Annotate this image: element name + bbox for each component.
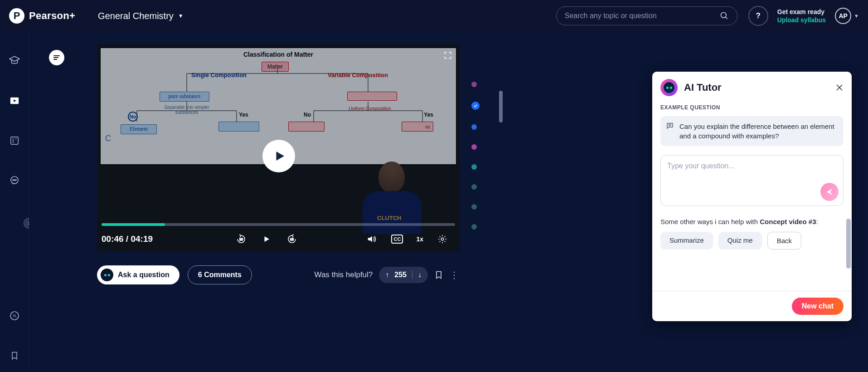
chevron-down-icon: ▼ — [178, 13, 184, 19]
timeline-dot[interactable] — [471, 184, 477, 190]
ai-tutor-footer: New chat — [652, 291, 852, 321]
timeline-dot[interactable] — [471, 144, 477, 150]
menu-icon — [53, 55, 60, 60]
ai-tutor-close-button[interactable] — [835, 83, 844, 92]
timeline-dot[interactable] — [471, 164, 477, 170]
course-selector[interactable]: General Chemistry ▼ — [98, 11, 184, 21]
exam-cta: Get exam ready Upload syllabus — [777, 8, 826, 24]
avatar-menu-chevron-icon[interactable]: ▼ — [854, 13, 859, 19]
chat-bubble-icon — [666, 122, 674, 130]
svg-point-0 — [721, 13, 726, 18]
close-icon — [835, 83, 844, 92]
vote-separator — [412, 271, 412, 279]
fullscreen-button[interactable] — [443, 51, 452, 60]
svg-text:10: 10 — [239, 238, 243, 241]
ai-tutor-logo-icon — [660, 79, 678, 96]
downvote-button[interactable]: ↓ — [418, 271, 422, 279]
upload-syllabus-link[interactable]: Upload syllabus — [777, 16, 826, 24]
avatar[interactable]: AP — [835, 8, 851, 24]
ai-tutor-body: EXAMPLE QUESTION Can you explain the dif… — [652, 101, 852, 291]
nav-chat-icon[interactable] — [8, 174, 21, 187]
comments-button[interactable]: 6 Comments — [188, 265, 252, 284]
rewind-10-button[interactable]: 10 — [235, 233, 247, 245]
ai-tutor-input-box — [660, 155, 844, 206]
example-question-bubble[interactable]: Can you explain the difference between a… — [660, 116, 844, 146]
ai-tutor-panel: AI Tutor EXAMPLE QUESTION Can you explai… — [652, 72, 852, 321]
helpful-label: Was this helpful? — [314, 270, 373, 279]
ai-tutor-scrollbar-thumb[interactable] — [846, 219, 851, 269]
timeline-dot[interactable] — [471, 224, 477, 230]
video-actions-bar: Ask a question 6 Comments Was this helpf… — [97, 262, 460, 288]
upvote-button[interactable]: ↑ — [385, 271, 389, 279]
search-input[interactable] — [565, 12, 720, 20]
new-chat-button[interactable]: New chat — [792, 298, 844, 315]
nav-explore-icon[interactable] — [8, 309, 21, 322]
vote-count: 255 — [394, 271, 407, 279]
svg-marker-27 — [276, 152, 285, 161]
content-scrollbar-thumb[interactable] — [499, 91, 503, 122]
app-header: P Pearson+ General Chemistry ▼ ? Get exa… — [0, 0, 868, 32]
bookmark-button[interactable] — [434, 269, 443, 280]
ai-tutor-title: AI Tutor — [684, 82, 835, 93]
nav-practice-icon[interactable] — [8, 134, 21, 147]
chip-summarize[interactable]: Summarize — [660, 232, 713, 250]
timeline-dot-current[interactable] — [471, 102, 480, 110]
video-progress-track[interactable] — [102, 223, 455, 226]
volume-button[interactable] — [365, 233, 378, 245]
send-icon — [825, 188, 834, 196]
svg-point-12 — [15, 180, 16, 181]
timeline-dot[interactable] — [471, 204, 477, 210]
ai-tutor-header: AI Tutor — [652, 72, 852, 101]
check-icon — [473, 103, 478, 108]
timeline-dot[interactable] — [471, 124, 477, 130]
chip-quiz-me[interactable]: Quiz me — [718, 232, 762, 250]
search-bar[interactable] — [556, 6, 737, 25]
course-name: General Chemistry — [98, 11, 174, 21]
exam-line1: Get exam ready — [777, 8, 826, 16]
nav-bookmarks-icon[interactable] — [8, 349, 21, 362]
settings-button[interactable] — [436, 233, 449, 245]
svg-point-32 — [441, 238, 444, 240]
left-nav-rail — [0, 32, 29, 372]
timeline-dot[interactable] — [471, 82, 477, 87]
cc-icon: CC — [391, 235, 403, 244]
ai-tutor-input[interactable] — [667, 162, 837, 170]
svg-line-1 — [725, 17, 727, 19]
example-question-text: Can you explain the difference between a… — [679, 122, 834, 140]
more-actions-button[interactable]: ⋮ — [450, 269, 460, 280]
video-progress-fill — [102, 223, 165, 226]
ai-icon — [101, 269, 113, 281]
video-player: Classification of Matter Matter Single C… — [97, 44, 460, 251]
ai-tutor-suggestions: Summarize Quiz me Back — [660, 232, 844, 250]
main-content: Classification of Matter Matter Single C… — [29, 32, 868, 372]
svg-marker-31 — [368, 236, 372, 242]
ask-question-label: Ask a question — [118, 271, 170, 279]
svg-point-10 — [13, 180, 14, 181]
ask-question-button[interactable]: Ask a question — [97, 265, 179, 284]
svg-point-11 — [14, 180, 15, 181]
video-timeline-dots — [471, 82, 480, 230]
send-button[interactable] — [820, 183, 839, 201]
video-timecode: 00:46 / 04:19 — [102, 234, 153, 244]
captions-button[interactable]: CC — [391, 233, 403, 245]
play-button[interactable] — [262, 140, 295, 172]
nav-courses-icon[interactable] — [8, 54, 21, 67]
example-question-heading: EXAMPLE QUESTION — [660, 104, 844, 111]
video-controls: 00:46 / 04:19 10 10 CC 1x — [102, 232, 455, 246]
svg-marker-14 — [13, 314, 16, 317]
forward-10-button[interactable]: 10 — [286, 233, 298, 245]
outline-menu-button[interactable] — [49, 50, 64, 65]
nav-video-icon[interactable] — [8, 94, 21, 107]
search-icon — [720, 11, 729, 20]
brand-text: Pearson+ — [29, 10, 75, 22]
ai-tutor-helpline: Some other ways i can help with Concept … — [660, 218, 844, 225]
helpful-cluster: Was this helpful? ↑ 255 ↓ ⋮ — [314, 267, 460, 283]
help-button[interactable]: ? — [748, 6, 768, 26]
svg-text:10: 10 — [290, 238, 294, 241]
brand[interactable]: P Pearson+ — [9, 8, 75, 24]
pearson-logo-icon: P — [9, 8, 24, 24]
chip-back[interactable]: Back — [767, 232, 801, 250]
vote-pill: ↑ 255 ↓ — [379, 267, 428, 283]
playback-speed-button[interactable]: 1x — [416, 233, 423, 245]
play-small-button[interactable] — [260, 233, 273, 245]
